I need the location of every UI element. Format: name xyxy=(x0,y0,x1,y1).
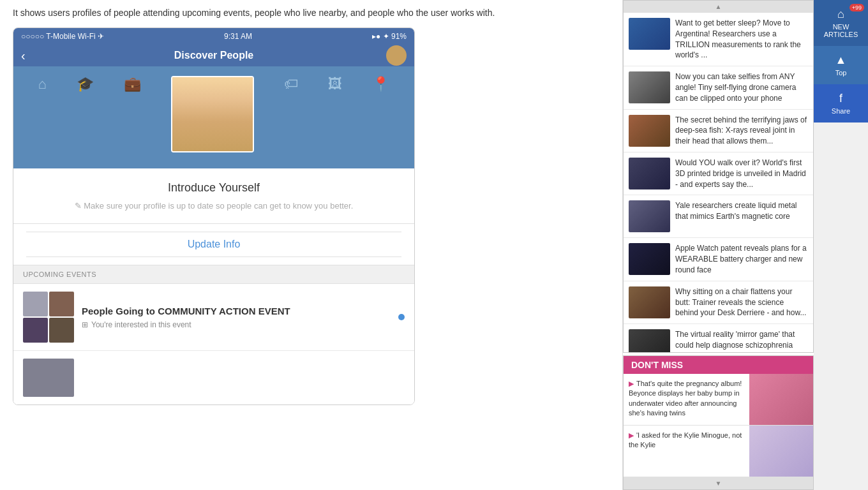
arrow-icon: ▶ xyxy=(629,431,634,439)
right-sidebar: ▲ Want to get better sleep? Move to Arge… xyxy=(622,0,814,490)
news-item[interactable]: Apple Watch patent reveals plans for a W… xyxy=(624,238,813,281)
top-label: Top xyxy=(835,69,847,77)
event-photo-1 xyxy=(23,292,48,316)
share-button[interactable]: f Share xyxy=(814,84,868,122)
news-text: Apple Watch patent reveals plans for a W… xyxy=(675,243,808,275)
event-item-2[interactable] xyxy=(13,351,414,405)
phone-status-bar: ○○○○○ T-Mobile Wi-Fi ✈ 9:31 AM ▸● ✦ 91% xyxy=(13,28,414,45)
new-articles-label: NEWARTICLES xyxy=(824,23,858,38)
new-articles-badge: +99 xyxy=(849,4,864,11)
star-icon: ⊞ xyxy=(82,320,88,329)
dont-miss-text: ▶That's quite the pregnancy album! Beyon… xyxy=(624,374,749,425)
home-icon[interactable]: ⌂ xyxy=(38,76,47,152)
update-info-button[interactable]: Update Info xyxy=(26,232,401,257)
news-thumb xyxy=(629,329,670,353)
event-photo-3 xyxy=(23,318,48,343)
news-thumb xyxy=(629,243,670,275)
time-text: 9:31 AM xyxy=(224,32,252,41)
event-photo-single xyxy=(23,359,74,397)
dont-miss-item[interactable]: ▶That's quite the pregnancy album! Beyon… xyxy=(624,374,813,426)
intro-paragraph: It shows users profiles of people attend… xyxy=(13,6,610,20)
news-item[interactable]: Want to get better sleep? Move to Argent… xyxy=(624,13,813,66)
event-photos xyxy=(23,292,74,343)
arrow-icon: ▶ xyxy=(629,380,634,387)
phone-nav-bar: ‹ Discover People xyxy=(13,45,414,66)
new-articles-button[interactable]: +99 ⌂ NEWARTICLES xyxy=(814,0,868,46)
battery-text: ▸● ✦ 91% xyxy=(372,32,407,41)
scroll-up-button[interactable]: ▲ xyxy=(624,1,813,13)
work-icon[interactable]: 💼 xyxy=(124,76,141,152)
education-icon[interactable]: 🎓 xyxy=(77,76,94,152)
news-text: Why sitting on a chair flattens your but… xyxy=(675,286,808,318)
nav-avatar xyxy=(386,45,407,66)
dont-miss-thumb xyxy=(749,374,813,425)
news-item[interactable]: Would YOU walk over it? World's first 3D… xyxy=(624,152,813,195)
news-item[interactable]: Why sitting on a chair flattens your but… xyxy=(624,281,813,324)
profile-section: ⌂ 🎓 💼 🏷 🖼 📍 xyxy=(13,66,414,168)
main-content: It shows users profiles of people attend… xyxy=(0,0,622,490)
facebook-icon: f xyxy=(839,92,842,105)
introduce-title: Introduce Yourself xyxy=(26,181,401,195)
news-item[interactable]: The secret behind the terrifying jaws of… xyxy=(624,110,813,152)
news-text: The secret behind the terrifying jaws of… xyxy=(675,115,808,147)
share-label: Share xyxy=(832,107,850,115)
events-section: UPCOMING EVENTS People Going to COMMUNIT… xyxy=(13,265,414,405)
event-info: People Going to COMMUNITY ACTION EVENT ⊞… xyxy=(82,306,391,329)
news-thumb xyxy=(629,115,670,147)
event-dot xyxy=(398,314,405,320)
nav-title: Discover People xyxy=(174,50,254,61)
news-item[interactable]: Yale researchers create liquid metal tha… xyxy=(624,195,813,238)
dont-miss-header: DON'T MISS xyxy=(624,356,813,374)
home-top-icon: ⌂ xyxy=(837,8,844,21)
event-title: People Going to COMMUNITY ACTION EVENT xyxy=(82,306,391,316)
headlines-section: ▲ Want to get better sleep? Move to Arge… xyxy=(623,0,814,353)
introduce-desc: ✎ Make sure your profile is up to date s… xyxy=(26,201,401,211)
news-thumb xyxy=(629,18,670,50)
back-button[interactable]: ‹ xyxy=(21,48,26,63)
news-text: Want to get better sleep? Move to Argent… xyxy=(675,18,808,61)
dont-miss-list: ▶That's quite the pregnancy album! Beyon… xyxy=(624,374,813,477)
dont-miss-thumb xyxy=(749,426,813,477)
news-text: Now you can take selfies from ANY angle!… xyxy=(675,71,808,103)
scroll-down-button[interactable]: ▼ xyxy=(624,477,813,489)
top-button[interactable]: ▲ Top xyxy=(814,46,868,84)
dont-miss-section: DON'T MISS ▶That's quite the pregnancy a… xyxy=(623,355,814,490)
event-item[interactable]: People Going to COMMUNITY ACTION EVENT ⊞… xyxy=(13,284,414,351)
news-item[interactable]: Now you can take selfies from ANY angle!… xyxy=(624,66,813,109)
news-text: Would YOU walk over it? World's first 3D… xyxy=(675,158,808,189)
events-header: UPCOMING EVENTS xyxy=(13,265,414,284)
location-icon[interactable]: 📍 xyxy=(372,76,389,152)
far-right-panel: +99 ⌂ NEWARTICLES ▲ Top f Share xyxy=(814,0,868,490)
profile-face xyxy=(172,77,253,151)
news-thumb xyxy=(629,286,670,318)
news-item[interactable]: The virtual reality 'mirror game' that c… xyxy=(624,324,813,353)
phone-mockup: ○○○○○ T-Mobile Wi-Fi ✈ 9:31 AM ▸● ✦ 91% … xyxy=(13,27,415,405)
news-list: Want to get better sleep? Move to Argent… xyxy=(624,13,813,353)
event-photo-2 xyxy=(49,292,74,316)
dont-miss-item[interactable]: ▶'I asked for the Kylie Minogue, not the… xyxy=(624,426,813,477)
event-interest: ⊞ You're interested in this event xyxy=(82,320,391,329)
news-thumb xyxy=(629,200,670,232)
event-photo-4 xyxy=(49,318,74,343)
carrier-text: ○○○○○ T-Mobile Wi-Fi ✈ xyxy=(21,32,104,41)
news-text: The virtual reality 'mirror game' that c… xyxy=(675,329,808,353)
profile-photo xyxy=(171,76,254,152)
news-text: Yale researchers create liquid metal tha… xyxy=(675,200,808,232)
event-interest-text: You're interested in this event xyxy=(91,320,191,329)
tag-icon[interactable]: 🏷 xyxy=(284,76,298,152)
news-thumb xyxy=(629,71,670,103)
top-arrow-icon: ▲ xyxy=(835,54,847,67)
profile-icons-row: ⌂ 🎓 💼 🏷 🖼 📍 xyxy=(23,76,405,152)
news-thumb xyxy=(629,158,670,189)
dont-miss-text: ▶'I asked for the Kylie Minogue, not the… xyxy=(624,426,749,477)
introduce-section: Introduce Yourself ✎ Make sure your prof… xyxy=(13,168,414,224)
photo-icon[interactable]: 🖼 xyxy=(328,76,342,152)
